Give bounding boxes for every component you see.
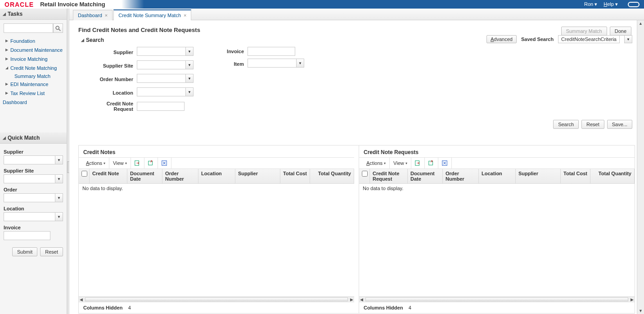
col-supplier[interactable]: Supplier	[235, 169, 280, 183]
tree-dashboard[interactable]: Dashboard	[3, 98, 64, 106]
brand-bar: ORACLE Retail Invoice Matching Ron ▾ Hel…	[0, 0, 644, 9]
qm-order-dd[interactable]: ▼	[55, 193, 63, 202]
saved-search-value[interactable]: CreditNoteSearchCriteria	[558, 35, 620, 43]
supplier-site-input[interactable]	[137, 60, 185, 69]
search-icon	[55, 25, 61, 32]
invoice-input[interactable]	[248, 47, 295, 56]
h-scrollbar[interactable]: ◀▶	[359, 296, 635, 302]
qm-supplier-label: Supplier	[4, 147, 63, 155]
tree-cn-match[interactable]: ◢Credit Note Matching	[3, 64, 64, 73]
oracle-pill-icon	[628, 2, 639, 7]
item-input[interactable]	[248, 59, 296, 68]
svg-point-0	[56, 26, 59, 29]
help-menu[interactable]: Help ▾	[603, 1, 618, 7]
supplier-dd[interactable]: ▼	[185, 47, 194, 56]
credit-note-requests-pane: Credit Note Requests Actions▾ View▾ Cred…	[359, 146, 635, 313]
main-area: Dashboard× Credit Note Summary Match× Su…	[69, 9, 644, 314]
invoice-label: Invoice	[216, 49, 248, 54]
col-doc-date[interactable]: Document Date	[408, 169, 443, 183]
credit-notes-grid-body: No data to display.	[79, 184, 354, 296]
qm-supplier-site-input[interactable]	[4, 174, 55, 183]
qm-invoice-input[interactable]	[4, 231, 50, 240]
col-supplier[interactable]: Supplier	[516, 169, 561, 183]
summary-match-button[interactable]: Summary Match	[561, 27, 607, 36]
qm-order-input[interactable]	[4, 193, 55, 202]
tab-credit-note-summary[interactable]: Credit Note Summary Match×	[113, 9, 191, 20]
export-icon[interactable]	[411, 158, 425, 168]
qm-submit-button[interactable]: Submit	[12, 247, 37, 256]
detach-icon[interactable]	[144, 158, 158, 168]
qm-location-input[interactable]	[4, 212, 55, 221]
qm-supplier-input[interactable]	[4, 155, 55, 164]
col-order[interactable]: Order Number	[162, 169, 198, 183]
saved-search-dd[interactable]: ▼	[624, 35, 632, 43]
tree-edi[interactable]: ▶EDI Maintenance	[3, 80, 64, 89]
order-number-dd[interactable]: ▼	[185, 74, 194, 83]
advanced-button[interactable]: Advanced	[486, 35, 517, 43]
tasks-search-button[interactable]	[53, 23, 63, 33]
col-total-cost[interactable]: Total Cost	[280, 169, 310, 183]
tree-inv-match[interactable]: ▶Invoice Matching	[3, 55, 64, 64]
v-scrollbar[interactable]: ▲▼	[637, 20, 644, 314]
qm-location-dd[interactable]: ▼	[55, 212, 63, 221]
location-dd[interactable]: ▼	[185, 87, 194, 96]
detach-icon[interactable]	[425, 158, 438, 168]
tasks-header[interactable]: ◢ Tasks	[0, 9, 67, 20]
actions-menu[interactable]: Actions▾	[363, 158, 390, 168]
qm-supplier-site-dd[interactable]: ▼	[55, 174, 63, 183]
supplier-site-dd[interactable]: ▼	[185, 60, 194, 69]
close-icon[interactable]: ×	[105, 13, 108, 18]
col-order[interactable]: Order Number	[443, 169, 479, 183]
qm-supplier-dd[interactable]: ▼	[55, 155, 63, 164]
tree-cn-summary[interactable]: Summary Match	[3, 73, 64, 80]
collapse-icon: ◢	[3, 136, 6, 140]
cnr-input[interactable]	[137, 102, 185, 111]
col-total-qty[interactable]: Total Quantity	[590, 169, 635, 183]
item-dd[interactable]: ▼	[296, 59, 304, 68]
save-button[interactable]: Save...	[607, 120, 632, 129]
export-icon[interactable]	[131, 158, 144, 168]
tree-tax[interactable]: ▶Tax Review List	[3, 89, 64, 98]
tasks-search-input[interactable]	[4, 23, 53, 33]
tab-dashboard[interactable]: Dashboard×	[73, 10, 113, 20]
col-doc-date[interactable]: Document Date	[127, 169, 162, 183]
tree-foundation[interactable]: ▶Foundation	[3, 36, 64, 46]
qm-order-label: Order	[4, 185, 63, 193]
empty-text: No data to display.	[363, 186, 403, 191]
user-menu[interactable]: Ron ▾	[584, 1, 597, 7]
empty-text: No data to display.	[82, 186, 123, 191]
item-label: Item	[216, 61, 248, 67]
order-number-label: Order Number	[87, 77, 137, 82]
close-icon[interactable]: ×	[184, 13, 186, 18]
credit-notes-title: Credit Notes	[79, 146, 354, 157]
svg-line-1	[59, 29, 61, 31]
done-button[interactable]: Done	[610, 27, 631, 36]
col-total-qty[interactable]: Total Quantity	[310, 169, 354, 183]
supplier-input[interactable]	[137, 47, 185, 56]
actions-menu[interactable]: Actions▾	[82, 158, 109, 168]
quick-match-header[interactable]: ◢ Quick Match	[0, 132, 67, 144]
wrap-icon[interactable]	[438, 158, 452, 168]
location-input[interactable]	[137, 87, 185, 96]
select-all-checkbox[interactable]	[81, 171, 87, 177]
tree-doc-maint[interactable]: ▶Document Maintenance	[3, 46, 64, 55]
qm-invoice-label: Invoice	[4, 223, 63, 231]
col-credit-note[interactable]: Credit Note	[90, 169, 127, 183]
reset-button[interactable]: Reset	[581, 120, 604, 129]
qm-reset-button[interactable]: Reset	[40, 247, 63, 256]
view-menu[interactable]: View▾	[109, 158, 131, 168]
search-button[interactable]: Search	[553, 120, 579, 129]
qm-location-label: Location	[4, 204, 63, 212]
sidebar: ◢ Tasks ▶Foundation ▶Document Maintenanc…	[0, 9, 67, 314]
col-location[interactable]: Location	[479, 169, 516, 183]
order-number-input[interactable]	[137, 74, 185, 83]
view-menu[interactable]: View▾	[390, 158, 411, 168]
saved-search-label: Saved Search	[521, 36, 554, 42]
select-all-checkbox[interactable]	[362, 171, 368, 177]
h-scrollbar[interactable]: ◀▶	[79, 296, 354, 302]
wrap-icon[interactable]	[158, 158, 171, 168]
col-cnr[interactable]: Credit Note Request	[370, 169, 408, 183]
cnr-footer: Columns Hidden 4	[359, 302, 635, 313]
col-total-cost[interactable]: Total Cost	[561, 169, 590, 183]
col-location[interactable]: Location	[198, 169, 235, 183]
